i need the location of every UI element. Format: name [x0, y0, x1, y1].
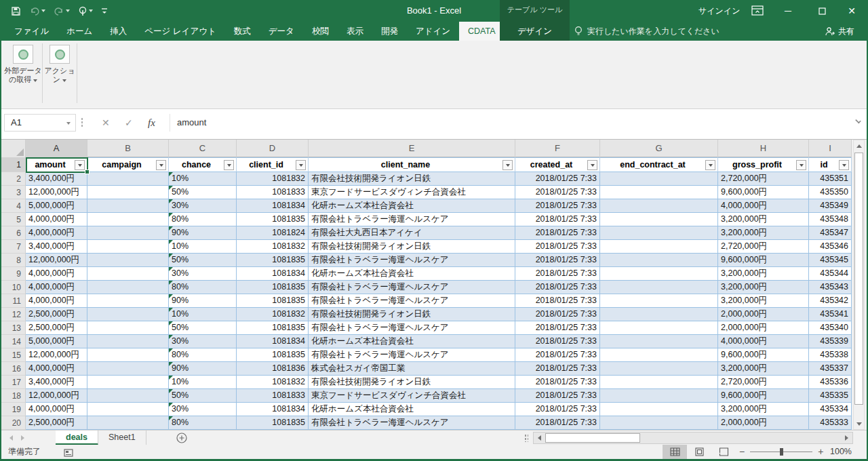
horizontal-scrollbar-thumb[interactable] [545, 433, 640, 443]
filter-dropdown-icon[interactable] [156, 160, 166, 170]
cell-A17[interactable]: 3,400,000円 [26, 376, 87, 389]
cell-C4[interactable]: 30% [169, 199, 237, 213]
cell-C12[interactable]: 10% [169, 308, 237, 321]
ribbon-tab-データ[interactable]: データ [260, 22, 303, 41]
cell-C5[interactable]: 80% [169, 213, 237, 226]
cell-H18[interactable]: 9,600,000円 [718, 389, 809, 403]
tell-me-box[interactable]: 実行したい作業を入力してください [574, 22, 719, 41]
formula-bar-handle[interactable] [81, 117, 83, 128]
ribbon-tab-デザイン[interactable]: デザイン [517, 22, 552, 41]
cell-E5[interactable]: 有限会社トラベラー海運ヘルスケア [309, 213, 515, 226]
row-header-19[interactable]: 19 [1, 403, 26, 416]
cell-I2[interactable]: 435351 [809, 172, 852, 186]
cell-E3[interactable]: 東京フードサービスダヴィンチ合資会社 [309, 186, 515, 199]
row-header-9[interactable]: 9 [1, 267, 26, 281]
cell-C10[interactable]: 80% [169, 281, 237, 294]
cell-I10[interactable]: 435343 [809, 281, 852, 294]
cell-F4[interactable]: 2018/01/25 7:33 [515, 199, 600, 213]
cell-B2[interactable] [87, 172, 169, 186]
cell-I13[interactable]: 435340 [809, 321, 852, 335]
macro-record-icon[interactable] [64, 447, 73, 460]
column-header-F[interactable]: F [515, 140, 600, 157]
cell-B10[interactable] [87, 281, 169, 294]
row-header-3[interactable]: 3 [1, 186, 26, 199]
row-header-18[interactable]: 18 [1, 389, 26, 403]
cell-H11[interactable]: 3,200,000円 [718, 294, 809, 308]
cell-D12[interactable]: 1081832 [237, 308, 309, 321]
cell-I15[interactable]: 435338 [809, 348, 852, 362]
row-header-12[interactable]: 12 [1, 308, 26, 321]
cell-I6[interactable]: 435347 [809, 226, 852, 240]
next-sheet-icon[interactable] [21, 435, 24, 441]
column-header-E[interactable]: E [309, 140, 515, 157]
insert-function-icon[interactable]: fx [148, 114, 155, 132]
row-header-17[interactable]: 17 [1, 376, 26, 389]
name-box[interactable]: A1 [4, 114, 76, 132]
filter-dropdown-icon[interactable] [296, 160, 306, 170]
cell-I20[interactable]: 435333 [809, 416, 852, 430]
expand-formula-bar-icon[interactable] [855, 118, 861, 123]
cell-A19[interactable]: 4,000,000円 [26, 403, 87, 416]
cell-F9[interactable]: 2018/01/25 7:33 [515, 267, 600, 281]
cell-C16[interactable]: 90% [169, 362, 237, 376]
filter-dropdown-icon[interactable] [587, 160, 597, 170]
ribbon-tab-挿入[interactable]: 挿入 [101, 22, 136, 41]
cell-I19[interactable]: 435334 [809, 403, 852, 416]
cell-H14[interactable]: 4,000,000円 [718, 335, 809, 348]
cell-G13[interactable] [600, 321, 718, 335]
cell-I18[interactable]: 435335 [809, 389, 852, 403]
ribbon-tab-開発[interactable]: 開発 [372, 22, 407, 41]
cell-A4[interactable]: 5,000,000円 [26, 199, 87, 213]
cell-E6[interactable]: 有限会社大丸西日本アイケイ [309, 226, 515, 240]
cell-H20[interactable]: 2,000,000円 [718, 416, 809, 430]
cell-C2[interactable]: 10% [169, 172, 237, 186]
cell-H17[interactable]: 2,720,000円 [718, 376, 809, 389]
cell-D5[interactable]: 1081835 [237, 213, 309, 226]
cell-D9[interactable]: 1081834 [237, 267, 309, 281]
ribbon-tab-校閲[interactable]: 校閲 [303, 22, 338, 41]
cell-F13[interactable]: 2018/01/25 7:33 [515, 321, 600, 335]
zoom-slider[interactable] [750, 452, 812, 452]
cell-F18[interactable]: 2018/01/25 7:33 [515, 389, 600, 403]
maximize-icon[interactable] [808, 0, 835, 22]
cell-A14[interactable]: 5,000,000円 [26, 335, 87, 348]
filter-dropdown-icon[interactable] [705, 160, 715, 170]
cell-B16[interactable] [87, 362, 169, 376]
scroll-up-icon[interactable] [854, 140, 864, 151]
cell-I12[interactable]: 435341 [809, 308, 852, 321]
cell-C11[interactable]: 90% [169, 294, 237, 308]
cell-B19[interactable] [87, 403, 169, 416]
previous-sheet-icon[interactable] [9, 435, 13, 441]
cell-G10[interactable] [600, 281, 718, 294]
cell-C3[interactable]: 50% [169, 186, 237, 199]
cell-F19[interactable]: 2018/01/25 7:33 [515, 403, 600, 416]
cell-B9[interactable] [87, 267, 169, 281]
cell-A12[interactable]: 2,500,000円 [26, 308, 87, 321]
cell-F20[interactable]: 2018/01/25 7:33 [515, 416, 600, 430]
page-break-preview-icon[interactable] [711, 445, 736, 459]
ribbon-tab-CDATA[interactable]: CDATA [459, 22, 505, 41]
scroll-left-icon[interactable] [534, 433, 545, 443]
cell-E17[interactable]: 有限会社技術開発ライオン日鉄 [309, 376, 515, 389]
cell-D14[interactable]: 1081834 [237, 335, 309, 348]
cancel-icon[interactable]: ✕ [102, 114, 110, 132]
cell-I17[interactable]: 435336 [809, 376, 852, 389]
cell-F2[interactable]: 2018/01/25 7:33 [515, 172, 600, 186]
table-header-cell-end_contract_at[interactable]: end_contract_at [600, 157, 718, 172]
ribbon-tab-アドイン[interactable]: アドイン [407, 22, 459, 41]
cell-F17[interactable]: 2018/01/25 7:33 [515, 376, 600, 389]
cell-D11[interactable]: 1081835 [237, 294, 309, 308]
table-header-cell-chance[interactable]: chance [169, 157, 237, 172]
cell-D18[interactable]: 1081833 [237, 389, 309, 403]
cell-C7[interactable]: 10% [169, 240, 237, 254]
cell-H10[interactable]: 3,200,000円 [718, 281, 809, 294]
cell-I9[interactable]: 435344 [809, 267, 852, 281]
cell-D8[interactable]: 1081835 [237, 254, 309, 267]
cell-G7[interactable] [600, 240, 718, 254]
cell-I3[interactable]: 435350 [809, 186, 852, 199]
cell-I16[interactable]: 435337 [809, 362, 852, 376]
table-header-cell-id[interactable]: id [809, 157, 852, 172]
ribbon-tab-ページ レイアウト[interactable]: ページ レイアウト [136, 22, 225, 41]
cell-H9[interactable]: 3,200,000円 [718, 267, 809, 281]
cell-F10[interactable]: 2018/01/25 7:33 [515, 281, 600, 294]
